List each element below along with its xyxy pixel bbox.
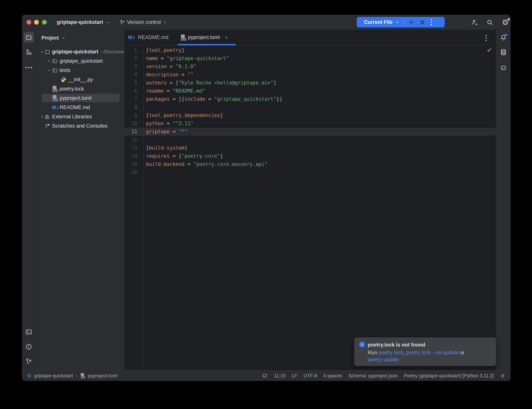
more-run-options-icon[interactable] (431, 19, 432, 25)
notification-link[interactable]: poetry lock --no-update (406, 350, 459, 355)
line-number: 14 (124, 152, 137, 160)
lock-open-icon[interactable] (500, 373, 505, 378)
tree-item-label: tests (60, 67, 70, 73)
code-line-16[interactable]: 16 (124, 168, 496, 177)
right-activity-bar (496, 30, 511, 370)
code-line-9[interactable]: 9[tool.poetry.dependencies] (124, 111, 496, 120)
scratches-icon (45, 123, 50, 129)
vcs-widget[interactable]: Version control (119, 19, 168, 25)
code-line-5[interactable]: 5authors = ["Kyle Roche <hello@griptape.… (124, 79, 496, 87)
more-tool-windows-icon[interactable] (26, 67, 32, 68)
code-text: name = "griptape-quickstart" (146, 54, 229, 63)
chevron-down-icon (395, 20, 399, 24)
status-breadcrumb[interactable]: griptape-quickstart › [T] pyproject.toml (27, 370, 117, 381)
tree-item-external-libraries[interactable]: External Libraries (36, 112, 124, 121)
code-text: requires = ["poetry-core"] (146, 152, 223, 160)
line-number: 13 (124, 144, 137, 152)
status-item-schema-pyproject-json[interactable]: Schema: pyproject.json (348, 373, 398, 379)
project-panel-title: Project (41, 35, 59, 41)
tree-item--init-py[interactable]: __init__.py (36, 75, 124, 84)
code-line-15[interactable]: 15build-backend = "poetry.core.masonry.a… (124, 160, 496, 168)
chevron-down-icon[interactable] (40, 49, 45, 54)
code-line-8[interactable]: 8 (124, 103, 496, 111)
close-window-button[interactable] (27, 20, 31, 25)
notification-link[interactable]: poetry lock (378, 350, 403, 355)
line-number: 7 (124, 95, 137, 103)
code-line-10[interactable]: 10python = "^3.11" (124, 120, 496, 128)
left-activity-bar (22, 30, 36, 370)
inspections-ok-icon[interactable]: ✔ (487, 46, 492, 54)
tree-item-griptape-quickstart[interactable]: griptape_quickstart (36, 56, 124, 65)
tree-item-poetry-lock[interactable]: [T]poetry.lock (36, 84, 124, 93)
add-user-icon[interactable] (470, 19, 478, 26)
line-number: 11 (124, 128, 137, 136)
zoom-window-button[interactable] (42, 20, 47, 25)
tree-item-label: pyproject.toml (60, 95, 92, 101)
code-line-11[interactable]: 11griptape = "*" (124, 128, 496, 136)
tab-options-icon[interactable] (486, 35, 487, 41)
tab-readme[interactable]: M↓ README.md (128, 30, 168, 45)
code-line-6[interactable]: 6readme = "README.md" (124, 87, 496, 95)
status-item-lf[interactable]: LF (292, 373, 297, 379)
breadcrumb-file[interactable]: pyproject.toml (88, 373, 117, 379)
notifications-bell-icon[interactable] (500, 34, 507, 41)
code-area[interactable]: 1[tool.poetry]2name = "griptape-quicksta… (124, 45, 496, 370)
minimize-window-button[interactable] (34, 20, 39, 25)
code-line-2[interactable]: 2name = "griptape-quickstart" (124, 54, 496, 63)
breadcrumb-project[interactable]: griptape-quickstart (34, 373, 73, 379)
chevron-down-icon (163, 20, 167, 25)
code-line-12[interactable]: 12 (124, 136, 496, 144)
chevron-right-icon[interactable] (46, 58, 51, 64)
tree-item-scratches-and-consoles[interactable]: Scratches and Consoles (36, 121, 124, 130)
code-line-7[interactable]: 7packages = [{include = "griptape_quicks… (124, 95, 496, 103)
problems-tool-button[interactable] (25, 343, 32, 350)
copilot-status-icon[interactable] (262, 373, 268, 379)
status-item-11-15[interactable]: 11:15 (274, 373, 286, 379)
toml-icon: [T] (52, 95, 57, 101)
python-icon (61, 77, 66, 82)
run-widget[interactable]: Current File (357, 17, 445, 28)
folder-package-icon (52, 58, 58, 64)
notification-body: Run poetry lock, poetry lock --no-update… (368, 349, 465, 363)
project-tool-button[interactable] (24, 32, 34, 42)
settings-gear-icon[interactable]: ⚙ (502, 18, 509, 27)
terminal-tool-button[interactable] (25, 328, 32, 335)
code-line-13[interactable]: 13[build-system] (124, 144, 496, 152)
tree-item-griptape-quickstart[interactable]: griptape-quickstart~/Docume (36, 47, 124, 56)
project-selector[interactable]: griptape-quickstart (57, 19, 103, 25)
close-tab-icon[interactable]: × (225, 35, 228, 40)
code-line-14[interactable]: 14requires = ["poetry-core"] (124, 152, 496, 160)
status-item-poetry-griptape-quickstart-pyt[interactable]: Poetry (griptape-quickstart) [Python 3.1… (404, 373, 494, 379)
tree-item-tests[interactable]: tests (36, 65, 124, 75)
notification-popup[interactable]: i poetry.lock is not found Run poetry lo… (354, 337, 496, 366)
code-text: description = "" (146, 71, 193, 79)
notification-text: or (459, 350, 465, 355)
chevron-down-icon[interactable] (46, 68, 51, 73)
version-control-tool-button[interactable] (25, 358, 32, 365)
debug-icon[interactable] (419, 19, 426, 25)
database-tool-icon[interactable] (500, 49, 507, 56)
toml-icon: [T] (52, 86, 57, 92)
tree-item-readme-md[interactable]: M↓README.md (36, 103, 124, 112)
divider (404, 19, 404, 25)
tab-label: pyproject.toml (188, 35, 220, 40)
structure-tool-button[interactable] (25, 49, 32, 56)
tree-item-pyproject-toml[interactable]: [T]pyproject.toml (36, 93, 124, 103)
tree-item-label: griptape-quickstart~/Docume (52, 49, 124, 55)
line-number: 15 (124, 160, 137, 168)
project-panel-header[interactable]: Project (41, 34, 66, 42)
status-item-utf-8[interactable]: UTF-8 (303, 373, 317, 379)
status-item-4-spaces[interactable]: 4 spaces (323, 373, 342, 379)
tree-item-path: ~/Docume (101, 49, 124, 55)
code-line-4[interactable]: 4description = "" (124, 71, 496, 79)
editor-tab-bar: M↓ README.md [T] pyproject.toml × (124, 30, 496, 46)
tab-pyproject-toml[interactable]: [T] pyproject.toml × (180, 30, 228, 45)
run-config-selector[interactable]: Current File (364, 19, 393, 25)
ai-assistant-icon[interactable] (500, 64, 507, 71)
code-line-3[interactable]: 3version = "0.1.0" (124, 63, 496, 71)
chevron-right-icon[interactable] (40, 114, 45, 119)
run-icon[interactable] (408, 19, 415, 25)
code-line-1[interactable]: 1[tool.poetry] (124, 46, 496, 54)
notification-link[interactable]: poetry update (368, 357, 399, 363)
search-icon[interactable] (486, 19, 494, 26)
